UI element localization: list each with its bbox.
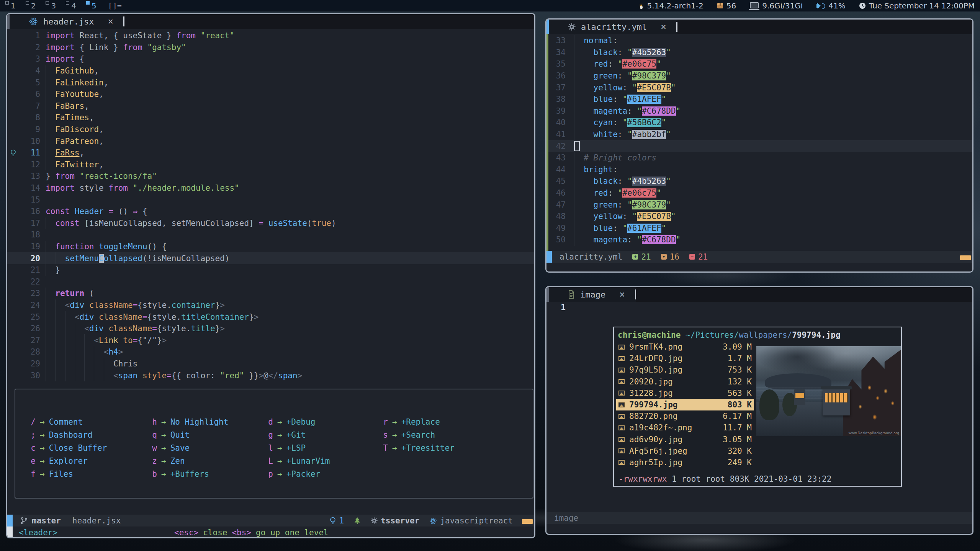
- volume-status[interactable]: 41%: [816, 1, 845, 10]
- tab-image[interactable]: image ×: [549, 287, 633, 302]
- workspace-1[interactable]: 1: [5, 1, 16, 11]
- workspace-2[interactable]: 2: [26, 1, 36, 11]
- whichkey-binding--packer[interactable]: p→+Packer: [267, 468, 330, 481]
- file-row[interactable]: 799794.jpg803 K: [616, 399, 754, 410]
- indent-guide: [574, 187, 574, 199]
- indent-guide: [104, 370, 104, 381]
- workspace-3[interactable]: 3: [46, 1, 56, 11]
- line-number: 29: [19, 359, 40, 368]
- arrow-icon: →: [277, 430, 282, 440]
- file-row[interactable]: 31228.jpg563 K: [616, 387, 754, 399]
- whichkey-binding--git[interactable]: g→+Git: [267, 428, 330, 441]
- indent-guide: [46, 65, 46, 77]
- code-line: 5 FaLinkedin,: [7, 77, 534, 88]
- file-name: 24LrDFQ.jpg: [629, 354, 728, 363]
- line-number: 16: [19, 207, 40, 216]
- binding-label: Files: [49, 469, 73, 479]
- whichkey-binding--search[interactable]: s→+Search: [382, 428, 455, 441]
- file-size: 563 K: [728, 389, 752, 398]
- workspace-number: 4: [71, 1, 76, 11]
- code-line: 7 FaBars,: [7, 100, 534, 112]
- binding-key: d: [267, 417, 273, 427]
- file-size: 753 K: [728, 365, 752, 374]
- whichkey-binding-files[interactable]: f→Files: [29, 468, 107, 481]
- code-buffer[interactable]: 33 normal:34 black: "#4b5263"35 red: "#e…: [546, 34, 972, 251]
- line-number: 2: [19, 43, 40, 52]
- close-icon[interactable]: ×: [661, 21, 666, 32]
- command-line[interactable]: <leader> <esc> close <bs> go up one leve…: [7, 526, 534, 538]
- indent-guide: [84, 334, 85, 346]
- file-row[interactable]: AFq5r6j.jpeg320 K: [616, 445, 754, 457]
- file-row[interactable]: 24LrDFQ.jpg1.7 M: [616, 353, 754, 364]
- workspace-5[interactable]: 5: [86, 1, 97, 11]
- indent-guide: [574, 82, 574, 93]
- binding-label: +Debug: [286, 417, 316, 427]
- prompt-path: ~/Pictures/: [686, 330, 739, 340]
- tab-label[interactable]: alacritty.yml: [581, 22, 647, 32]
- indent-guide: [75, 334, 75, 346]
- close-icon[interactable]: ×: [619, 289, 625, 300]
- whichkey-binding--treesitter[interactable]: T→+Treesitter: [382, 441, 455, 455]
- lightbulb-icon: [10, 149, 16, 157]
- statusline-filename: alacritty.yml: [560, 252, 622, 262]
- image-file-icon: [618, 345, 625, 350]
- arrow-icon: →: [40, 430, 45, 440]
- scrollbar-indicator[interactable]: [522, 519, 533, 524]
- workspace-4[interactable]: 4: [66, 1, 76, 11]
- line-number: 1: [546, 303, 566, 312]
- hint-key: <esc>: [174, 528, 198, 537]
- lsp-status: tsserver: [371, 516, 419, 525]
- pending-keys: <leader>: [19, 528, 57, 537]
- file-row[interactable]: ad6v90y.jpg3.05 M: [616, 434, 754, 445]
- whichkey-binding-comment[interactable]: /→Comment: [29, 415, 107, 428]
- tab-label[interactable]: image: [580, 290, 605, 299]
- image-file-icon: [618, 437, 625, 442]
- indent-guide: [46, 159, 46, 171]
- clock-status: Tue September 14 12:00PM: [859, 1, 975, 10]
- whichkey-binding-zen[interactable]: z→Zen: [151, 455, 228, 468]
- file-row[interactable]: 882720.png6.17 M: [616, 410, 754, 422]
- file-size: 11.7 M: [723, 423, 752, 432]
- close-icon[interactable]: ×: [108, 16, 113, 27]
- layout-indicator[interactable]: []=: [108, 1, 122, 10]
- binding-key: g: [267, 430, 273, 440]
- indent-guide: [574, 105, 574, 117]
- whichkey-binding-dashboard[interactable]: ;→Dashboard: [29, 428, 107, 441]
- whichkey-binding--buffers[interactable]: b→+Buffers: [151, 468, 228, 481]
- whichkey-binding-close-buffer[interactable]: c→Close Buffer: [29, 441, 107, 455]
- line-number: 49: [546, 224, 566, 233]
- whichkey-binding--debug[interactable]: d→+Debug: [267, 415, 330, 428]
- file-row[interactable]: 20920.jpg132 K: [616, 376, 754, 387]
- binding-key: T: [382, 443, 388, 453]
- statusline: master header.jsx 1 tsserver javascriptr…: [7, 515, 534, 526]
- whichkey-binding-no-highlight[interactable]: h→No Highlight: [151, 415, 228, 428]
- indent-guide: [65, 358, 65, 370]
- file-row[interactable]: 97q9L5D.jpg753 K: [616, 364, 754, 376]
- scrollbar-indicator[interactable]: [960, 255, 971, 260]
- whichkey-binding--lsp[interactable]: l→+LSP: [267, 441, 330, 455]
- line-number: 6: [19, 90, 40, 99]
- tab-alacritty-yml[interactable]: alacritty.yml ×: [549, 20, 674, 34]
- command-line: [546, 524, 972, 533]
- tab-label[interactable]: header.jsx: [43, 17, 94, 26]
- whichkey-binding-save[interactable]: w→Save: [151, 441, 228, 455]
- binding-label: Comment: [49, 417, 83, 427]
- code-line: 2import { Link } from "gatsby": [7, 42, 534, 54]
- code-line: 10 FaPatreon,: [7, 135, 534, 147]
- binding-label: No Highlight: [170, 417, 229, 427]
- whichkey-binding--lunarvim[interactable]: L→+LunarVim: [267, 455, 330, 468]
- whichkey-binding-explorer[interactable]: e→Explorer: [29, 455, 107, 468]
- whichkey-binding-quit[interactable]: q→Quit: [151, 428, 228, 441]
- indent-guide: [46, 241, 46, 253]
- code-buffer[interactable]: /→Comment;→Dashboardc→Close Buffere→Expl…: [7, 29, 534, 515]
- line-number: 15: [19, 195, 40, 204]
- file-row[interactable]: a19c482f~.png11.7 M: [616, 422, 754, 433]
- file-row[interactable]: 9rsmTK4.png3.09 M: [616, 341, 754, 353]
- react-icon: [429, 517, 437, 525]
- file-row[interactable]: aghr5Ip.jpg249 K: [616, 457, 754, 468]
- line-number: 24: [19, 301, 40, 310]
- whichkey-binding--replace[interactable]: r→+Replace: [382, 415, 455, 428]
- file-size: 1.7 M: [728, 354, 752, 363]
- tab-header-jsx[interactable]: header.jsx ×: [10, 14, 121, 29]
- indent-guide: [94, 358, 94, 370]
